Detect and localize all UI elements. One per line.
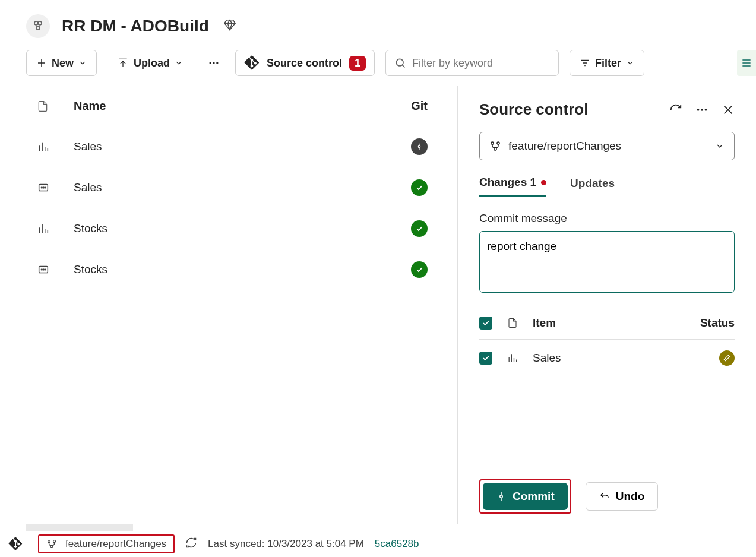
- svg-point-15: [45, 269, 46, 270]
- item-type-icon: [26, 181, 74, 194]
- premium-diamond-icon: [223, 18, 236, 34]
- toolbar-divider: [659, 54, 659, 72]
- status-last-synced: Last synced: 10/3/2023 at 5:04 PM: [208, 538, 364, 550]
- item-git-status: [411, 220, 431, 237]
- svg-point-20: [497, 142, 499, 144]
- undo-icon: [599, 491, 610, 502]
- filter-keyword-input-wrap[interactable]: [385, 50, 559, 76]
- undo-button[interactable]: Undo: [586, 482, 659, 511]
- new-button-label: New: [52, 57, 74, 69]
- svg-point-13: [41, 269, 42, 270]
- plus-icon: [36, 58, 47, 68]
- toolbar: New Upload Source control 1 Filter: [0, 48, 756, 86]
- status-branch-highlight[interactable]: feature/reportChanges: [38, 534, 175, 553]
- item-name: Stocks: [74, 222, 411, 235]
- table-row[interactable]: Sales: [26, 167, 431, 208]
- table-header: Name Git: [26, 86, 431, 126]
- panel-title: Source control: [479, 100, 669, 119]
- sync-arrows-icon: [185, 537, 197, 549]
- svg-point-6: [396, 59, 403, 66]
- svg-point-21: [494, 148, 496, 150]
- source-control-panel: Source control feature/reportChanges Cha…: [457, 86, 756, 524]
- item-git-status: [411, 138, 431, 155]
- table-header-git[interactable]: Git: [411, 99, 431, 113]
- source-control-label: Source control: [267, 57, 342, 69]
- commit-message-input[interactable]: [479, 231, 735, 293]
- changes-header-icon: [505, 317, 520, 329]
- source-control-badge: 1: [349, 56, 366, 71]
- commit-button[interactable]: Commit: [483, 483, 568, 510]
- filter-keyword-input[interactable]: [412, 57, 550, 69]
- upload-button-label: Upload: [134, 57, 170, 69]
- refresh-icon: [669, 103, 682, 116]
- svg-point-18: [705, 109, 707, 111]
- branch-name: feature/reportChanges: [508, 140, 621, 153]
- table-header-type-icon: [26, 100, 74, 113]
- branch-selector[interactable]: feature/reportChanges: [479, 132, 735, 160]
- svg-point-11: [45, 187, 46, 188]
- changes-header-item: Item: [533, 317, 687, 330]
- svg-point-25: [50, 546, 53, 548]
- close-panel-button[interactable]: [722, 103, 735, 116]
- page-title: RR DM - ADOBuild: [62, 17, 209, 36]
- table-row[interactable]: Stocks: [26, 249, 431, 290]
- branch-icon: [46, 539, 57, 549]
- change-checkbox[interactable]: [479, 352, 492, 365]
- panel-more-button[interactable]: [695, 103, 708, 116]
- git-icon: [8, 537, 23, 551]
- commit-button-label: Commit: [513, 490, 555, 503]
- panel-toggle-button[interactable]: [737, 50, 756, 76]
- filter-button[interactable]: Filter: [570, 50, 644, 76]
- svg-point-24: [53, 540, 56, 543]
- svg-point-7: [418, 145, 420, 148]
- table-row[interactable]: Stocks: [26, 208, 431, 249]
- more-actions-button[interactable]: [203, 50, 224, 76]
- upload-icon: [117, 57, 129, 69]
- filter-button-label: Filter: [595, 57, 621, 69]
- svg-point-10: [43, 187, 44, 188]
- changes-header-status: Status: [700, 317, 735, 330]
- ellipsis-icon: [695, 103, 708, 116]
- changes-row[interactable]: Sales: [479, 340, 735, 376]
- git-status-synced-icon: [411, 261, 428, 278]
- svg-point-16: [697, 109, 700, 111]
- tab-updates[interactable]: Updates: [570, 176, 615, 197]
- tab-updates-label: Updates: [570, 177, 615, 190]
- new-button[interactable]: New: [26, 50, 97, 76]
- chevron-down-icon: [78, 59, 87, 67]
- table-header-name[interactable]: Name: [74, 99, 411, 113]
- change-item-name: Sales: [533, 352, 706, 365]
- scrollbar-thumb[interactable]: [26, 524, 133, 531]
- item-git-status: [411, 179, 431, 196]
- svg-point-2: [36, 26, 40, 30]
- svg-point-0: [34, 21, 38, 25]
- item-type-icon: [26, 263, 74, 276]
- svg-point-14: [43, 269, 44, 270]
- tab-changes[interactable]: Changes 1: [479, 176, 546, 197]
- item-name: Stocks: [74, 263, 411, 276]
- git-status-tracked-icon: [411, 138, 428, 155]
- select-all-checkbox[interactable]: [479, 317, 492, 330]
- commit-button-highlight: Commit: [479, 479, 571, 514]
- commit-icon: [496, 491, 507, 502]
- upload-button[interactable]: Upload: [107, 50, 192, 76]
- item-name: Sales: [74, 140, 411, 153]
- svg-point-9: [41, 187, 42, 188]
- git-status-synced-icon: [411, 179, 428, 196]
- sync-icon[interactable]: [185, 537, 197, 552]
- status-commit-hash[interactable]: 5ca6528b: [375, 538, 419, 550]
- filter-icon: [580, 58, 590, 68]
- file-icon: [37, 100, 49, 113]
- svg-point-3: [210, 62, 211, 64]
- refresh-button[interactable]: [669, 103, 682, 116]
- item-type-icon: [26, 222, 74, 235]
- chevron-down-icon: [175, 59, 183, 67]
- hamburger-icon: [741, 57, 752, 69]
- source-control-button[interactable]: Source control 1: [235, 50, 375, 76]
- change-status-modified-icon: [719, 350, 735, 366]
- table-row[interactable]: Sales: [26, 126, 431, 167]
- undo-button-label: Undo: [616, 490, 645, 503]
- ellipsis-icon: [208, 57, 220, 69]
- item-git-status: [411, 261, 431, 278]
- changes-indicator-dot: [541, 180, 546, 185]
